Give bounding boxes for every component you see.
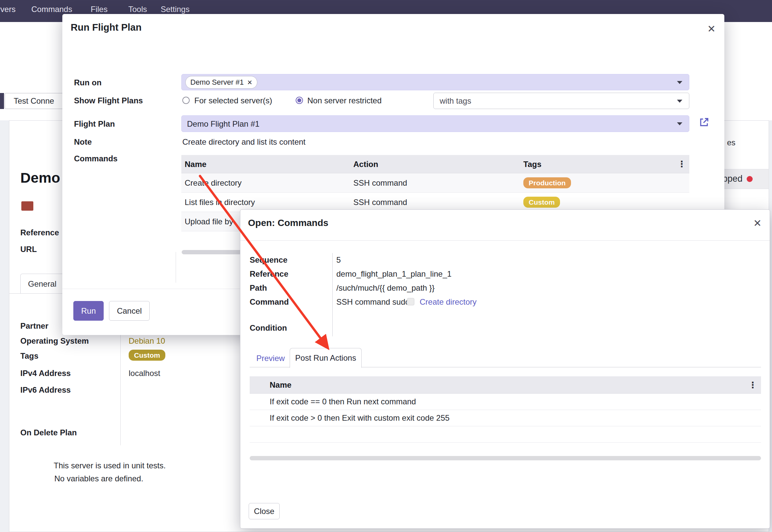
column-options-icon[interactable]: ⋮ bbox=[677, 160, 686, 168]
menu-item-servers[interactable]: Servers bbox=[0, 0, 16, 19]
dialog-title: Run Flight Plan bbox=[71, 22, 142, 33]
field-label-url: URL bbox=[20, 245, 37, 254]
unit-test-note-line1: This server is used in unit tests. bbox=[54, 461, 166, 470]
server-chip-label: Demo Server #1 bbox=[190, 78, 244, 87]
table-row[interactable]: Create directory SSH command Production bbox=[181, 173, 689, 193]
fields-divider bbox=[120, 321, 121, 445]
reference-value: demo_flight_plan_1_plan_line_1 bbox=[336, 269, 452, 279]
close-icon[interactable]: ✕ bbox=[707, 24, 716, 34]
command-label: Command bbox=[250, 297, 289, 307]
edge-button-fragment[interactable] bbox=[0, 93, 4, 109]
column-options-icon[interactable]: ⋮ bbox=[748, 381, 757, 389]
flight-plan-label: Flight Plan bbox=[74, 119, 115, 129]
status-dot-icon bbox=[747, 176, 753, 182]
horizontal-scrollbar[interactable] bbox=[250, 456, 761, 460]
note-label: Note bbox=[74, 137, 92, 147]
column-header-action[interactable]: Action bbox=[353, 155, 523, 173]
field-label-reference: Reference bbox=[20, 228, 59, 237]
radio-for-selected-servers[interactable] bbox=[182, 97, 190, 104]
column-header-tags[interactable]: Tags bbox=[523, 155, 689, 173]
color-swatch bbox=[21, 201, 33, 211]
radio-non-server-restricted[interactable] bbox=[296, 97, 303, 104]
sequence-value: 5 bbox=[336, 255, 341, 265]
run-on-multiselect[interactable] bbox=[181, 74, 689, 90]
table-row[interactable]: If exit code > 0 then Exit with custom e… bbox=[250, 410, 761, 426]
run-button[interactable]: Run bbox=[73, 301, 104, 321]
post-run-actions-table: Name ⋮ If exit code == 0 then Run next c… bbox=[250, 376, 761, 443]
row-name: If exit code > 0 then Exit with custom e… bbox=[269, 413, 761, 423]
unit-test-note-line2: No variables are defined. bbox=[54, 474, 143, 483]
create-directory-link[interactable]: Create directory bbox=[420, 297, 477, 307]
radio-non-server-restricted-label: Non server restricted bbox=[307, 96, 382, 105]
with-tags-placeholder: with tags bbox=[440, 96, 471, 106]
tag-badge-production: Production bbox=[523, 177, 571, 188]
chevron-down-icon bbox=[677, 122, 682, 125]
run-on-label: Run on bbox=[74, 78, 102, 87]
column-header-name[interactable]: Name bbox=[181, 155, 353, 173]
close-icon[interactable]: ✕ bbox=[753, 218, 762, 228]
server-chip[interactable]: Demo Server #1 ✕ bbox=[185, 76, 257, 89]
row-action: SSH command bbox=[353, 178, 523, 188]
top-right-text-fragment: es bbox=[727, 138, 735, 147]
tag-badge-custom: Custom bbox=[129, 350, 165, 361]
tab-post-run-actions-label: Post Run Actions bbox=[295, 353, 356, 363]
tab-post-run-actions[interactable]: Post Run Actions bbox=[290, 348, 362, 368]
dialog-title: Open: Commands bbox=[248, 218, 328, 228]
flight-plan-value: Demo Flight Plan #1 bbox=[187, 119, 259, 129]
sequence-label: Sequence bbox=[250, 255, 287, 265]
tag-badge-custom: Custom bbox=[523, 197, 560, 208]
with-tags-select[interactable]: with tags bbox=[433, 93, 689, 109]
flight-plan-select[interactable]: Demo Flight Plan #1 bbox=[181, 115, 689, 132]
table-row-empty[interactable] bbox=[250, 426, 761, 443]
divider-line bbox=[176, 252, 176, 283]
ipv4-value: localhost bbox=[129, 369, 160, 378]
reference-label: Reference bbox=[250, 269, 288, 279]
path-value: /such/much/{{ demo_path }} bbox=[336, 283, 435, 293]
row-action: SSH command bbox=[353, 198, 523, 207]
column-header-name[interactable]: Name bbox=[269, 376, 761, 393]
close-button[interactable]: Close bbox=[249, 503, 280, 519]
row-handle-column bbox=[250, 376, 269, 393]
radio-for-selected-servers-label: For selected server(s) bbox=[194, 96, 272, 105]
note-value: Create directory and list its content bbox=[182, 137, 306, 147]
chevron-down-icon bbox=[677, 81, 682, 84]
page-title: Demo bbox=[20, 170, 60, 186]
field-label-on-delete-plan: On Delete Plan bbox=[20, 428, 77, 437]
tab-preview[interactable]: Preview bbox=[256, 354, 285, 363]
operating-system-link[interactable]: Debian 10 bbox=[129, 336, 165, 346]
row-name: Create directory bbox=[181, 178, 353, 188]
row-name: List files in directory bbox=[181, 198, 353, 207]
header-divider bbox=[240, 240, 770, 241]
commands-label: Commands bbox=[74, 154, 118, 163]
open-commands-dialog: Open: Commands ✕ Sequence 5 Reference de… bbox=[240, 209, 770, 529]
tab-general-label: General bbox=[28, 279, 56, 289]
command-value: SSH command sudo bbox=[336, 297, 410, 307]
path-label: Path bbox=[250, 283, 267, 293]
show-flight-plans-label: Show Flight Plans bbox=[74, 96, 143, 105]
chevron-down-icon bbox=[677, 100, 682, 103]
table-row[interactable]: If exit code == 0 then Run next command bbox=[250, 394, 761, 410]
external-link-icon[interactable] bbox=[698, 117, 710, 128]
chip-remove-icon[interactable]: ✕ bbox=[247, 79, 252, 86]
checkbox[interactable] bbox=[407, 298, 414, 305]
field-label-ipv6: IPv6 Address bbox=[20, 385, 71, 395]
condition-label: Condition bbox=[250, 323, 287, 333]
fields-divider bbox=[332, 253, 333, 336]
field-label-partner: Partner bbox=[20, 321, 48, 331]
field-label-operating-system: Operating System bbox=[20, 336, 89, 346]
cancel-button[interactable]: Cancel bbox=[109, 301, 150, 321]
field-label-ipv4: IPv4 Address bbox=[20, 369, 71, 378]
field-label-tags: Tags bbox=[20, 351, 38, 361]
row-name: If exit code == 0 then Run next command bbox=[269, 397, 761, 406]
